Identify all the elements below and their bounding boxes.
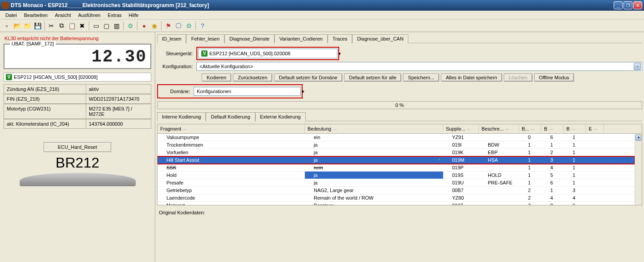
btn-offline-modus[interactable]: Offline Modus [534,74,574,82]
menu-ausführen[interactable]: Ausführen [75,12,104,19]
close-button[interactable]: ✕ [633,1,642,9]
copy-icon[interactable]: ⧉ [57,21,66,31]
folder-icon[interactable]: 📁 [22,21,32,31]
maximize-button[interactable]: ❐ [623,1,632,9]
konfiguration-dropdown[interactable]: <Aktuelle Konfiguration> ▾ [196,62,642,71]
grid-cell: 2 [519,194,541,201]
minimize-button[interactable]: _ [614,1,623,9]
btn-alles-in-datei-speichern[interactable]: Alles in Datei speichern [441,74,502,82]
grid-row[interactable]: Holdja019SHOLD151 [158,172,635,179]
lcd-legend: UBAT. [SAMF_172] [10,41,56,46]
grid-cell: Laendercode [158,194,305,201]
grid-cell: 1 [519,156,541,164]
grid-cell: 019P [443,164,479,171]
btn-default-setzen-f-r-dom-ne[interactable]: Default setzen für Domäne [274,74,342,82]
chevron-down-icon[interactable]: ▾ [302,89,304,94]
grid-cell: ja [305,149,443,156]
col-header[interactable]: B— [541,124,564,133]
sort-icon: — [183,127,187,131]
scroll-up-icon[interactable]: ▴ [636,135,641,141]
grid-row[interactable]: Trockenbremsenja019IBDW111 [158,141,635,149]
sort-icon: — [333,127,337,131]
menu-datei[interactable]: Datei [2,12,21,19]
ecu-name: ESP212 [HSCAN_UDS_500] [020008] [14,74,98,80]
tab-diagnose_dienste[interactable]: Diagnose_Dienste [224,34,274,43]
chevron-down-icon[interactable]: ▾ [634,63,641,70]
chevron-down-icon[interactable]: ▾ [438,157,440,162]
btn-default-setzen-f-r-alle[interactable]: Default setzen für alle [344,74,401,82]
paste-icon[interactable]: 📋 [67,21,77,31]
grid-row[interactable]: LaendercodeRemain of the world / ROWYZ80… [158,194,635,202]
window1-icon[interactable]: ▭ [91,21,101,31]
menu-ansicht[interactable]: Ansicht [51,12,75,19]
scrollbar[interactable]: ▴ [635,134,642,205]
col-header[interactable]: B— [564,124,586,133]
grid-cell [586,179,604,186]
grid-cell [479,194,519,201]
grid-cell: 1 [564,134,586,141]
grid-row[interactable]: MotorartBenziner0187301 [158,202,635,205]
grid-cell: ja▾ [305,156,443,164]
inner-tab-2[interactable]: Externe Kodierung [255,112,306,121]
grid-cell: 1 [541,187,564,194]
grid-row[interactable]: Hill Start Assistja▾019MHSA131 [158,156,635,164]
ecu-hard-reset-button[interactable]: ECU_Hard_Reset [44,142,111,152]
domaene-dropdown[interactable]: ▾ [302,89,642,94]
col-header[interactable]: B...— [519,124,541,133]
monitor-icon[interactable]: 🖵 [174,21,183,31]
grid-cell: Remain of the world / ROW [305,194,443,201]
menu-extras[interactable]: Extras [104,12,125,19]
grid-cell [586,202,604,205]
progress-text: 0 % [395,102,404,108]
btn-speichern-[interactable]: Speichern... [403,74,439,82]
cut-icon[interactable]: ✂ [46,21,56,31]
grid-cell [479,134,519,141]
tab-id_lesen[interactable]: ID_lesen [157,34,186,43]
col-header[interactable]: Bedeutung— [305,124,443,133]
delete-icon[interactable]: ✖ [77,21,87,31]
grid-row[interactable]: GetriebetypNAG2, Large gear00B7213 [158,187,635,194]
grid-cell: 3 [541,156,564,164]
window2-icon[interactable]: ▢ [101,21,111,31]
inner-tab-0[interactable]: Interne Kodierung [157,112,206,121]
help-icon[interactable]: ? [198,21,208,31]
sort-icon: — [467,127,470,131]
toolbar: ▫ 📂 📁 💾 ✂ ⧉ 📋 ✖ ▭ ▢ ▥ ⚙ ● ◉ ⚑ 🖵 ⚙ ? [0,20,644,32]
grid-cell: Presafe [158,179,305,186]
grid-cell: Vakuumpumpe [158,134,305,141]
tab-varianten_codieren[interactable]: Varianten_Codieren [274,34,328,43]
info-label: Motortyp (CGW231) [4,104,86,119]
gear-icon[interactable]: ⚙ [184,21,194,31]
col-header[interactable]: Fragment— [158,124,305,133]
chevron-down-icon[interactable]: ▾ [338,51,341,56]
ecu-selector[interactable]: V ESP212 [HSCAN_UDS_500] [020008] [4,73,151,82]
menu-hilfe[interactable]: Hilfe [125,12,142,19]
save-icon[interactable]: 💾 [33,21,42,31]
grid-row[interactable]: VakuumpumpeeinYZ91061 [158,134,635,141]
tab-diagnose_über_can[interactable]: Diagnose_über_CAN [352,34,408,43]
col-header[interactable]: Supple...— [443,124,479,133]
new-icon[interactable]: ▫ [2,21,12,31]
konfiguration-value: <Aktuelle Konfiguration> [199,64,253,69]
steuergeraet-dropdown[interactable]: ▾ [338,51,642,57]
grid-cell: 1 [564,149,586,156]
grid-cell: 019M [443,156,479,164]
open-icon[interactable]: 📂 [12,21,22,31]
grid-row[interactable]: Presafeja019UPRE-SAFE161 [158,179,635,187]
window3-icon[interactable]: ▥ [112,21,121,31]
grid-row[interactable]: SSKnein019P141 [158,164,635,172]
tab-traces[interactable]: Traces [328,34,352,43]
col-header[interactable]: E— [586,124,604,133]
tab-fehler_lesen[interactable]: Fehler_lesen [186,34,224,43]
btn-kodieren[interactable]: Kodieren [202,74,231,82]
tool-icon[interactable]: ⚙ [125,21,135,31]
col-header[interactable]: Beschre...— [479,124,519,133]
flag-icon[interactable]: ⚑ [163,21,173,31]
grid-cell: 1 [564,156,586,164]
inner-tab-1[interactable]: Default Kodierung [206,112,255,121]
grid-row[interactable]: Vorfuellenja019KEBP121 [158,149,635,156]
menu-bearbeiten[interactable]: Bearbeiten [21,12,51,19]
btn-zur-cksetzen[interactable]: Zurücksetzen [233,74,272,82]
stop-icon[interactable]: ◉ [150,21,159,31]
record-icon[interactable]: ● [139,21,149,31]
